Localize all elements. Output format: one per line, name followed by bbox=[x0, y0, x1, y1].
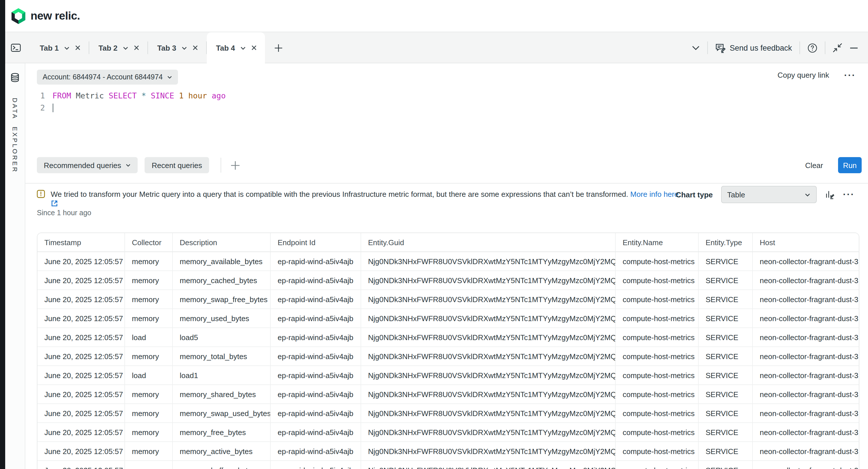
query-top-actions: Copy query link ··· bbox=[778, 71, 856, 79]
table-cell: Njg0NDk3NHxFWFR8U0VSVklDRXwtMzY5NTc1MTYy… bbox=[361, 384, 615, 403]
code-token: 1 hour bbox=[179, 91, 207, 100]
table-cell: Njg0NDk3NHxFWFR8U0VSVklDRXwtMzY5NTc1MTYy… bbox=[361, 308, 615, 328]
column-header[interactable]: Timestamp bbox=[37, 233, 124, 252]
recent-queries-button[interactable]: Recent queries bbox=[145, 157, 209, 173]
column-header[interactable]: Entity.Name bbox=[615, 233, 698, 252]
code-token bbox=[207, 91, 212, 100]
warning-text: We tried to transform your Metric query … bbox=[51, 189, 681, 199]
copy-query-link-button[interactable]: Copy query link bbox=[778, 71, 829, 79]
chart-type-label: Chart type bbox=[676, 190, 713, 199]
edit-chart-button[interactable] bbox=[825, 189, 835, 200]
minimize-icon bbox=[849, 43, 858, 52]
table-cell: neon-collector-fragrant-dust-3 bbox=[752, 365, 859, 384]
table-cell: neon-collector-fragrant-dust-3 bbox=[752, 460, 859, 469]
table-cell: compute-host-metrics bbox=[615, 328, 698, 346]
close-icon[interactable] bbox=[192, 45, 198, 51]
column-header[interactable]: Description bbox=[172, 233, 270, 252]
close-icon[interactable] bbox=[75, 45, 81, 51]
chart-type-select[interactable]: Table bbox=[721, 186, 816, 203]
query-console-icon[interactable] bbox=[5, 32, 27, 63]
code-line-2[interactable]: 2 bbox=[37, 102, 226, 114]
minimize-button[interactable] bbox=[849, 43, 858, 52]
column-header[interactable]: Collector bbox=[124, 233, 172, 252]
table-cell: June 20, 2025 12:05:57 bbox=[37, 441, 124, 460]
send-feedback-button[interactable]: Send us feedback bbox=[715, 43, 792, 53]
table-cell: neon-collector-fragrant-dust-3 bbox=[752, 290, 859, 308]
chart-edit-icon bbox=[825, 189, 835, 200]
table-cell: June 20, 2025 12:05:57 bbox=[37, 308, 124, 328]
query-workspace: Account: 6844974 - Account 6844974 Copy … bbox=[25, 63, 868, 469]
collapse-window-button[interactable] bbox=[833, 43, 842, 53]
data-explorer-button[interactable] bbox=[10, 72, 20, 83]
table-cell: Njg0NDk3NHxFWFR8U0VSVklDRXwtMzY5NTc1MTYy… bbox=[361, 403, 615, 423]
table-cell: SERVICE bbox=[698, 441, 752, 460]
add-query-button[interactable] bbox=[230, 160, 240, 170]
recommended-queries-button[interactable]: Recommended queries bbox=[37, 157, 138, 173]
table-cell: ep-rapid-wind-a5iv4ajb bbox=[270, 328, 361, 346]
table-cell: load5 bbox=[172, 328, 270, 346]
table-cell: ep-rapid-wind-a5iv4ajb bbox=[270, 252, 361, 270]
help-icon bbox=[808, 43, 817, 53]
recommended-queries-label: Recommended queries bbox=[44, 161, 121, 169]
table-cell: Njg0NDk3NHxFWFR8U0VSVklDRXwtMzY5NTc1MTYy… bbox=[361, 252, 615, 270]
new-relic-logo-icon bbox=[11, 8, 25, 24]
code-token bbox=[71, 91, 76, 100]
chevron-down-icon[interactable] bbox=[181, 45, 187, 51]
close-icon[interactable] bbox=[251, 45, 257, 51]
table-cell: compute-host-metrics bbox=[615, 346, 698, 365]
table-cell: ep-rapid-wind-a5iv4ajb bbox=[270, 423, 361, 441]
code-token bbox=[174, 91, 179, 100]
table-cell: June 20, 2025 12:05:57 bbox=[37, 403, 124, 423]
external-link-button[interactable] bbox=[51, 200, 58, 207]
recent-queries-label: Recent queries bbox=[152, 161, 202, 169]
tab-1[interactable]: Tab 1 bbox=[31, 32, 89, 63]
tab-3[interactable]: Tab 3 bbox=[148, 32, 206, 63]
column-header[interactable]: Entity.Guid bbox=[361, 233, 615, 252]
table-cell: neon-collector-fragrant-dust-3 bbox=[752, 403, 859, 423]
table-cell: compute-host-metrics bbox=[615, 290, 698, 308]
collapse-icon bbox=[833, 43, 842, 53]
tab-overflow-chevron[interactable] bbox=[692, 45, 700, 51]
chevron-down-icon[interactable] bbox=[240, 45, 246, 51]
code-token: SINCE bbox=[151, 91, 174, 100]
query-more-options-button[interactable]: ··· bbox=[844, 72, 856, 78]
help-button[interactable] bbox=[808, 43, 817, 53]
tab-label: Tab 4 bbox=[216, 43, 235, 52]
table-cell: June 20, 2025 12:05:57 bbox=[37, 252, 124, 270]
table-cell: load bbox=[124, 365, 172, 384]
chevron-down-icon[interactable] bbox=[123, 45, 128, 51]
table-row: June 20, 2025 12:05:57memorymemory_total… bbox=[37, 346, 859, 365]
clear-button[interactable]: Clear bbox=[802, 160, 827, 170]
warning-message: We tried to transform your Metric query … bbox=[51, 190, 628, 199]
toolbar-divider bbox=[707, 41, 708, 54]
plus-icon bbox=[230, 160, 240, 170]
table-cell: compute-host-metrics bbox=[615, 270, 698, 290]
close-icon[interactable] bbox=[134, 45, 140, 51]
chart-controls: Chart type Table ··· bbox=[676, 186, 855, 203]
column-header[interactable]: Endpoint Id bbox=[270, 233, 361, 252]
new-tab-button[interactable] bbox=[274, 43, 283, 52]
more-info-link[interactable]: More info here. bbox=[630, 190, 681, 199]
code-line-1[interactable]: 1FROM Metric SELECT * SINCE 1 hour ago bbox=[37, 90, 226, 102]
table-cell: compute-host-metrics bbox=[615, 252, 698, 270]
table-cell: compute-host-metrics bbox=[615, 441, 698, 460]
table-cell: memory bbox=[124, 460, 172, 469]
app-window: new relic. Tab 1 Tab 2 bbox=[0, 0, 868, 469]
tab-4-active[interactable]: Tab 4 bbox=[207, 32, 265, 63]
account-picker[interactable]: Account: 6844974 - Account 6844974 bbox=[37, 70, 178, 85]
table-cell: memory bbox=[124, 252, 172, 270]
run-button[interactable]: Run bbox=[838, 157, 862, 173]
table-cell: Njg0NDk3NHxFWFR8U0VSVklDRXwtMzY5NTc1MTYy… bbox=[361, 365, 615, 384]
code-token bbox=[137, 91, 142, 100]
table-cell: memory_swap_free_bytes bbox=[172, 290, 270, 308]
chevron-down-icon[interactable] bbox=[64, 45, 70, 51]
chart-more-options-button[interactable]: ··· bbox=[843, 192, 855, 197]
column-header[interactable]: Entity.Type bbox=[698, 233, 752, 252]
tab-2[interactable]: Tab 2 bbox=[89, 32, 148, 63]
nrql-editor[interactable]: 1FROM Metric SELECT * SINCE 1 hour ago 2 bbox=[37, 90, 226, 114]
code-token: FROM bbox=[53, 91, 71, 100]
table-cell: SERVICE bbox=[698, 384, 752, 403]
table-cell: Njg0NDk3NHxFWFR8U0VSVklDRXwtMzY5NTc1MTYy… bbox=[361, 423, 615, 441]
column-header[interactable]: Host bbox=[752, 233, 859, 252]
actions-divider bbox=[221, 158, 221, 173]
